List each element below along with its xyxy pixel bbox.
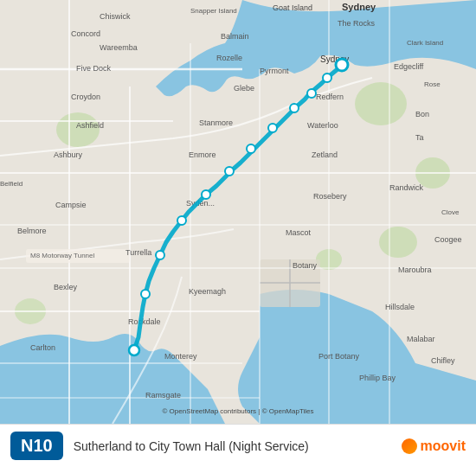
svg-text:Pyrmont: Pyrmont: [260, 67, 289, 75]
svg-text:Turrella: Turrella: [125, 248, 151, 257]
svg-text:Botany: Botany: [293, 261, 318, 270]
svg-text:Coogee: Coogee: [434, 235, 462, 244]
svg-text:Croydon: Croydon: [71, 93, 100, 101]
moovit-logo: moovit: [402, 438, 466, 454]
svg-text:Concord: Concord: [71, 29, 100, 38]
svg-text:Rose: Rose: [424, 80, 441, 88]
svg-text:Enmore: Enmore: [189, 150, 216, 159]
goat-island-label: Goat Island: [273, 3, 312, 12]
svg-text:Phillip Bay: Phillip Bay: [359, 374, 396, 382]
svg-point-85: [336, 59, 348, 71]
svg-point-83: [307, 89, 316, 98]
map-svg: Chiswick Concord Wareemba Snapper Island…: [0, 0, 476, 424]
svg-point-84: [323, 74, 331, 82]
svg-text:Clove: Clove: [441, 208, 460, 216]
svg-text:Clark Island: Clark Island: [407, 39, 443, 47]
route-description: Sutherland to City Town Hall (Night Serv…: [74, 439, 393, 453]
svg-text:Belmore: Belmore: [17, 227, 47, 235]
moovit-dot-icon: [402, 438, 417, 454]
svg-text:Waterloo: Waterloo: [307, 121, 338, 130]
map-container: Chiswick Concord Wareemba Snapper Island…: [0, 0, 476, 424]
svg-text:Carlton: Carlton: [30, 343, 55, 352]
svg-text:Glebe: Glebe: [234, 84, 254, 93]
svg-point-74: [129, 345, 139, 355]
svg-point-6: [379, 227, 417, 258]
svg-text:Rosebery: Rosebery: [313, 192, 347, 201]
svg-text:The Rocks: The Rocks: [338, 19, 376, 28]
route-badge: N10: [10, 432, 63, 460]
svg-text:Redfern: Redfern: [316, 93, 344, 101]
svg-text:Malabar: Malabar: [407, 335, 435, 343]
attribution-text: © OpenStreetMap contributors | © OpenMap…: [163, 407, 314, 415]
svg-text:Campsie: Campsie: [55, 201, 87, 209]
svg-point-81: [268, 124, 277, 132]
svg-text:Five Dock: Five Dock: [76, 64, 112, 73]
svg-text:Bon: Bon: [415, 110, 429, 118]
svg-point-82: [290, 104, 299, 112]
svg-point-75: [141, 290, 150, 298]
svg-point-2: [56, 112, 100, 147]
svg-text:Hillsdale: Hillsdale: [385, 303, 415, 311]
svg-text:Bexley: Bexley: [54, 283, 78, 291]
svg-text:Zetland: Zetland: [312, 150, 338, 159]
svg-point-3: [355, 82, 407, 125]
sydney-label: Sydney: [342, 2, 376, 12]
svg-point-80: [247, 144, 255, 153]
svg-text:Stanmore: Stanmore: [199, 118, 233, 127]
footer: N10 Sutherland to City Town Hall (Night …: [0, 424, 476, 467]
svg-text:Balmain: Balmain: [221, 32, 249, 41]
svg-text:Kyeemagh: Kyeemagh: [189, 287, 226, 296]
svg-text:Monterey: Monterey: [164, 352, 197, 361]
svg-text:Wareemba: Wareemba: [100, 43, 138, 52]
svg-text:Maroubra: Maroubra: [398, 265, 432, 274]
svg-text:M8 Motorway Tunnel: M8 Motorway Tunnel: [30, 252, 94, 259]
svg-text:Snapper Island: Snapper Island: [190, 7, 237, 15]
svg-point-76: [156, 251, 164, 259]
svg-text:Port Botany: Port Botany: [318, 352, 360, 361]
svg-text:Ramsgate: Ramsgate: [145, 391, 181, 400]
svg-text:Rockdale: Rockdale: [128, 317, 161, 326]
svg-text:Chiswick: Chiswick: [100, 12, 131, 21]
svg-point-77: [177, 216, 186, 225]
svg-text:Ta: Ta: [415, 133, 424, 142]
moovit-text: moovit: [421, 438, 466, 454]
svg-point-79: [225, 167, 234, 176]
svg-text:Ashfield: Ashfield: [76, 121, 104, 130]
svg-point-78: [202, 190, 210, 199]
svg-text:Ashbury: Ashbury: [54, 150, 83, 159]
svg-text:Edgecliff: Edgecliff: [394, 62, 424, 71]
svg-text:Chifley: Chifley: [431, 356, 455, 365]
svg-text:Mascot: Mascot: [286, 228, 312, 237]
svg-text:Rozelle: Rozelle: [216, 54, 242, 62]
svg-text:Belfield: Belfield: [0, 180, 23, 188]
svg-text:Randwick: Randwick: [389, 183, 424, 192]
